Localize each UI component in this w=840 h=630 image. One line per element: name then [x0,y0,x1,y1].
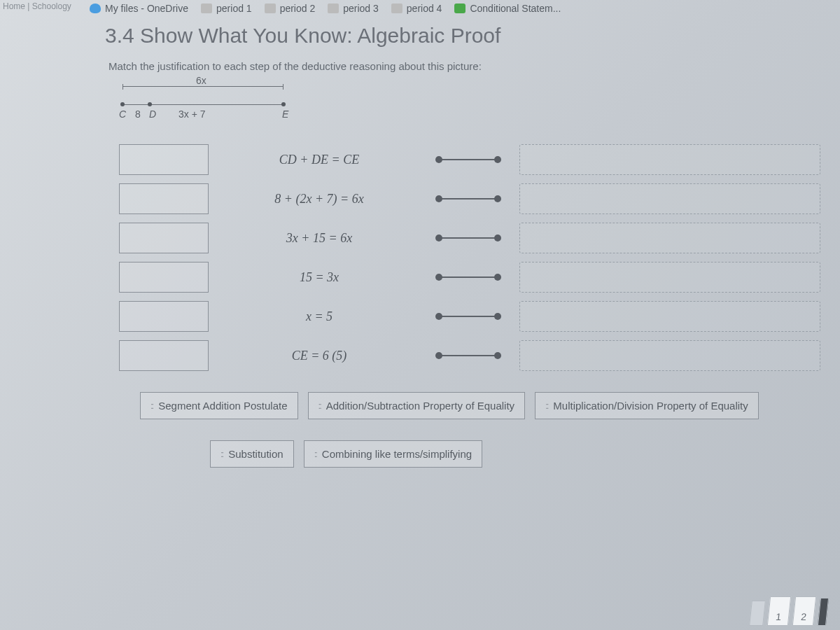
instructions-text: Match the justification to each step of … [0,60,840,85]
step-number-box[interactable] [119,144,209,175]
figure-point-c: C [119,108,126,120]
chip-add-sub-equality[interactable]: :: Addition/Subtraction Property of Equa… [308,392,526,419]
chip-label: Segment Addition Postulate [158,400,287,412]
step-number-box[interactable] [119,223,209,253]
folder-icon [391,4,402,13]
connector-icon [430,267,507,287]
partial-text-left: Home | Schoology [3,1,71,11]
bookmark-period2[interactable]: period 2 [265,3,316,14]
page-prev[interactable] [749,601,766,626]
justification-dropzone[interactable] [519,301,820,332]
chip-combining[interactable]: :: Combining like terms/simplifying [304,440,482,468]
chip-label: Combining like terms/simplifying [322,448,472,460]
connector-icon [430,150,507,169]
grip-icon: :: [545,400,547,411]
bookmark-label: period 1 [216,3,252,14]
proof-equation: CE = 6 (5) [221,349,417,363]
connector-icon [430,189,507,209]
bookmark-conditional[interactable]: Conditional Statem... [454,3,561,14]
bookmarks-bar: My files - OneDrive period 1 period 2 pe… [0,0,840,17]
figure-top-label: 6x [196,75,206,86]
answer-bank-row2: :: Substitution :: Combining like terms/… [210,440,700,468]
connector-icon [430,346,507,365]
proof-equation: 8 + (2x + 7) = 6x [221,192,417,206]
bookmark-onedrive[interactable]: My files - OneDrive [90,3,188,14]
page-title: 3.4 Show What You Know: Algebraic Proof [0,17,840,60]
proof-equation: 15 = 3x [221,270,417,285]
justification-dropzone[interactable] [519,262,820,293]
cloud-icon [90,4,101,13]
figure-point-e: E [282,108,288,120]
bookmark-period1[interactable]: period 1 [201,3,252,14]
bookmark-period3[interactable]: period 3 [328,3,379,14]
proof-row: CD + DE = CE [119,144,840,175]
page-2[interactable]: 2 [792,596,816,626]
page-1[interactable]: 1 [767,596,791,626]
proof-row: 15 = 3x [119,262,840,293]
chip-label: Addition/Subtraction Property of Equalit… [326,400,514,412]
grip-icon: :: [314,449,316,459]
grip-icon: :: [318,400,321,411]
chip-label: Multiplication/Division Property of Equa… [553,400,748,412]
chip-mult-div-equality[interactable]: :: Multiplication/Division Property of E… [535,392,759,419]
step-number-box[interactable] [119,340,209,371]
justification-dropzone[interactable] [519,144,820,175]
figure-seg-cd: 8 [135,108,141,120]
bookmark-period4[interactable]: period 4 [391,3,442,14]
step-number-box[interactable] [119,262,209,293]
bookmark-label: period 4 [407,3,442,14]
check-icon [454,4,465,13]
justification-dropzone[interactable] [519,183,820,214]
bookmark-label: Conditional Statem... [470,3,561,14]
page-corner: 1 2 [750,596,827,626]
folder-icon [265,4,276,13]
figure-seg-de: 3x + 7 [178,108,206,120]
proof-row: x = 5 [119,301,840,332]
proof-equation: 3x + 15 = 6x [221,231,417,246]
folder-icon [328,4,339,13]
segment-figure: 6x C 8 D 3x + 7 E [122,85,304,127]
grip-icon: :: [150,400,153,411]
proof-row: 3x + 15 = 6x [119,223,840,253]
folder-icon [201,4,212,13]
bookmark-label: My files - OneDrive [105,3,188,14]
step-number-box[interactable] [119,183,209,214]
chip-segment-addition[interactable]: :: Segment Addition Postulate [140,392,298,419]
bookmark-label: period 2 [280,3,316,14]
figure-point-d: D [149,108,156,120]
grip-icon: :: [220,449,223,459]
bookmark-label: period 3 [343,3,379,14]
proof-row: 8 + (2x + 7) = 6x [119,183,840,214]
proof-equation: CD + DE = CE [221,153,417,167]
answer-bank: :: Segment Addition Postulate :: Additio… [140,392,812,419]
chip-label: Substitution [228,448,283,460]
proof-rows: CD + DE = CE 8 + (2x + 7) = 6x 3x + 15 =… [119,144,840,371]
chip-substitution[interactable]: :: Substitution [210,440,294,468]
connector-icon [430,307,507,326]
justification-dropzone[interactable] [519,223,820,253]
proof-equation: x = 5 [221,309,417,324]
step-number-box[interactable] [119,301,209,332]
justification-dropzone[interactable] [519,340,820,371]
proof-row: CE = 6 (5) [119,340,840,371]
connector-icon [430,228,507,248]
page-edge [818,598,829,626]
